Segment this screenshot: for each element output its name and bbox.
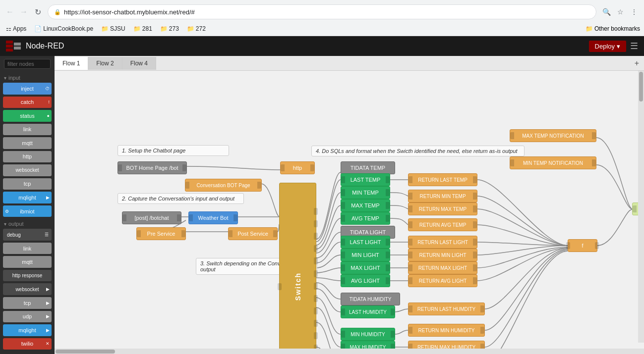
node-red-menu-button[interactable]: ☰ [630, 41, 638, 51]
node-tidata-humidity[interactable]: TIDATA HUMIDITY [341, 293, 400, 305]
sidebar-node-http[interactable]: http [3, 151, 52, 163]
bookmark-linux[interactable]: 📄 LinuxCookBook.pe [32, 24, 95, 33]
flow-area: Flow 1 Flow 2 Flow 4 + [55, 56, 644, 354]
node-return-min-temp[interactable]: RETURN MIN TEMP [408, 190, 477, 202]
node-max-temp[interactable]: MAX TEMP [341, 199, 390, 212]
horizontal-scrollbar[interactable] [55, 349, 644, 354]
port-left [409, 277, 412, 284]
node-last-temp[interactable]: LAST TEMP [341, 173, 390, 186]
port-right [386, 277, 390, 284]
sidebar-node-twilio[interactable]: twilio ✕ [3, 338, 52, 350]
node-return-last-temp[interactable]: RETURN LAST TEMP [408, 173, 477, 186]
node-max-light[interactable]: MAX LIGHT [341, 261, 390, 274]
sidebar-node-websocket[interactable]: websocket [3, 164, 52, 176]
canvas[interactable]: 1. Setup the Chatbot page 2. Capture the… [55, 71, 644, 349]
node-return-max-temp[interactable]: RETURN MAX TEMP [408, 202, 477, 215]
node-max-temp-notif[interactable]: MAX TEMP NOTIFICATION [510, 129, 596, 142]
tab-flow2[interactable]: Flow 2 [88, 57, 122, 70]
apps-icon: ⚏ [6, 25, 11, 32]
output-section-label[interactable]: output [0, 218, 55, 228]
back-button[interactable]: ← [4, 6, 16, 18]
node-function[interactable]: f [568, 239, 597, 252]
port-left [341, 189, 345, 196]
node-bot-home[interactable]: BOT Home Page /bot [117, 161, 187, 174]
switch-node[interactable]: Switch [279, 183, 316, 349]
sidebar-node-udp[interactable]: udp ▶ [3, 311, 52, 323]
node-return-min-light[interactable]: RETURN MIN LIGHT [408, 249, 477, 261]
sidebar-node-catch[interactable]: catch ! [3, 97, 52, 108]
node-return-last-humidity[interactable]: RETURN LAST HUMDITY [408, 303, 485, 315]
vertical-scrollbar[interactable] [638, 71, 644, 343]
sidebar-node-mqtt[interactable]: mqtt [3, 137, 52, 149]
node-post-botchat[interactable]: [post] /botchat [122, 211, 181, 224]
add-flow-button[interactable]: + [630, 57, 644, 70]
linux-label: LinuxCookBook.pe [43, 25, 93, 32]
sidebar-node-inject[interactable]: inject ⏱ [3, 83, 52, 95]
node-max-humidity[interactable]: MAX HUMIDITY [341, 341, 395, 349]
sidebar-node-ibmiot[interactable]: ⚙ ibmiot [3, 205, 52, 217]
port-right [473, 221, 477, 228]
node-return-avg-temp[interactable]: RETURN AVG TEMP [408, 218, 477, 231]
sidebar-node-http-response[interactable]: http response [3, 270, 52, 282]
sidebar-node-mqlight[interactable]: mqlight ▶ [3, 192, 52, 203]
sidebar-node-status[interactable]: status ● [3, 110, 52, 122]
node-last-humidity[interactable]: LAST HUMIDITY [341, 305, 395, 318]
node-return-max-light[interactable]: RETURN MAX LIGHT [408, 261, 477, 274]
search-icon[interactable]: 🔍 [600, 6, 612, 18]
node-return-max-humidity[interactable]: RETURN MAX HUMIDITY [408, 341, 485, 349]
bookmark-272[interactable]: 📁 272 [185, 24, 208, 33]
node-weather-bot[interactable]: Weather Bot [188, 211, 238, 224]
node-min-humidity[interactable]: MIN HUMIDITY [341, 328, 395, 341]
bookmark-281[interactable]: 📁 281 [131, 24, 154, 33]
node-http1[interactable]: http [280, 161, 315, 174]
port-left [341, 344, 345, 349]
port-right [182, 164, 186, 171]
node-min-light[interactable]: MIN LIGHT [341, 249, 390, 261]
node-conv-bot[interactable]: Conversation BOT Page [185, 179, 262, 192]
sidebar-node-mqtt-out[interactable]: mqtt [3, 256, 52, 268]
v-scroll-thumb[interactable] [639, 72, 643, 101]
port-left [341, 239, 345, 246]
node-return-min-humidity[interactable]: RETURN MIN HUMIDITY [408, 324, 485, 337]
address-bar[interactable]: 🔒 https://iot-sensor-chatbot.mybluemix.n… [48, 4, 596, 19]
node-min-temp[interactable]: MIN TEMP [341, 186, 390, 199]
node-post-service[interactable]: Post Service [228, 227, 278, 240]
port-right [386, 176, 390, 183]
node-min-temp-notif[interactable]: MIN TEMP NOTIFICATION [510, 156, 596, 169]
node-avg-temp[interactable]: AVG TEMP [341, 212, 390, 225]
node-return-avg-light[interactable]: RETURN AVG LIGHT [408, 274, 477, 287]
node-last-light[interactable]: LAST LIGHT [341, 236, 390, 249]
node-red-logo: Node-RED [6, 41, 64, 51]
sidebar-node-tcp-out[interactable]: tcp ▶ [3, 297, 52, 309]
bookmark-icon[interactable]: ☆ [614, 6, 626, 18]
sidebar-node-link-in[interactable]: link [3, 124, 52, 136]
node-tidata-temp[interactable]: TIDATA TEMP [341, 161, 395, 174]
bookmark-apps[interactable]: ⚏ Apps [4, 24, 28, 33]
input-section-label[interactable]: input [0, 72, 55, 82]
node-avg-light[interactable]: AVG LIGHT [341, 274, 390, 287]
refresh-button[interactable]: ↻ [32, 6, 44, 18]
node-pre-service[interactable]: Pre Service [136, 227, 186, 240]
tab-flow1[interactable]: Flow 1 [55, 57, 88, 70]
sidebar-node-debug[interactable]: debug ☰ [3, 229, 52, 241]
bookmark-sjsu[interactable]: 📁 SJSU [99, 24, 127, 33]
filter-nodes-container [0, 56, 55, 72]
tab-flow4[interactable]: Flow 4 [122, 57, 156, 70]
h-scroll-thumb[interactable] [56, 350, 115, 354]
sidebar-node-websocket-out[interactable]: websocket ▶ [3, 283, 52, 295]
deploy-button[interactable]: Deploy ▾ [589, 41, 626, 52]
forward-button[interactable]: → [18, 6, 30, 18]
sidebar-node-mqlight-out[interactable]: mqlight ▶ [3, 324, 52, 336]
debug-icon: ☰ [45, 232, 49, 237]
port-right [181, 230, 185, 237]
port-right [473, 277, 477, 284]
sidebar-node-link-out[interactable]: link [3, 243, 52, 254]
browser-chrome: ← → ↻ 🔒 https://iot-sensor-chatbot.myblu… [0, 0, 644, 36]
filter-nodes-input[interactable] [4, 59, 51, 69]
port-left [409, 264, 412, 271]
node-return-last-light[interactable]: RETURN LAST LIGHT [408, 236, 477, 249]
bookmarks-bar: ⚏ Apps 📄 LinuxCookBook.pe 📁 SJSU 📁 281 📁… [0, 22, 644, 36]
menu-icon[interactable]: ⋮ [628, 6, 640, 18]
sidebar-node-tcp[interactable]: tcp [3, 178, 52, 190]
bookmark-273[interactable]: 📁 273 [158, 24, 181, 33]
